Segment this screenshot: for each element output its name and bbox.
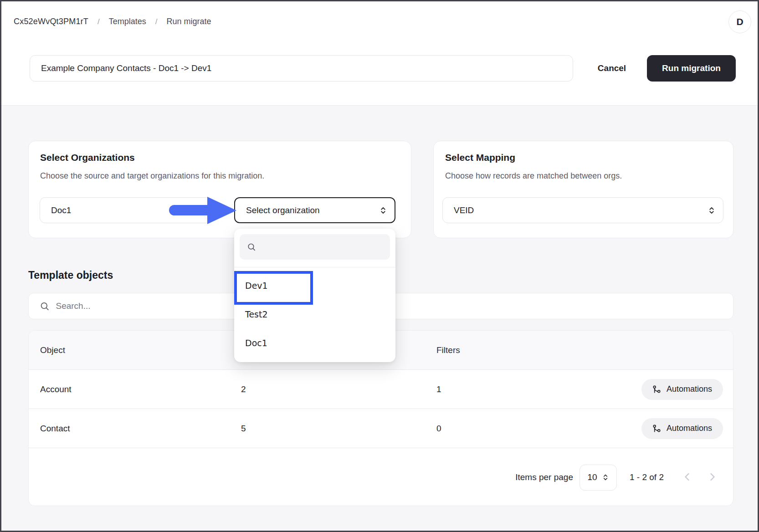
breadcrumb: Cx52eWvQt3PM1rT / Templates / Run migrat… [14,17,211,26]
automations-button[interactable]: Automations [641,418,723,439]
items-per-page-label: Items per page [515,472,573,482]
workflow-icon [652,385,661,394]
automations-button-label: Automations [667,424,712,433]
dropdown-option-dev1[interactable]: Dev1 [234,271,395,300]
chevrons-up-down-icon [196,206,204,215]
source-org-select[interactable]: Doc1 [40,197,212,223]
object-cell: Contact [29,424,230,434]
table-row: Account 2 1 Automations [29,370,733,409]
column-header-filters: Filters [425,345,589,355]
mapping-card-title: Select Mapping [445,152,515,163]
chevron-right-icon [706,471,719,483]
next-page-button[interactable] [706,471,719,484]
organization-dropdown: Dev1 Test2 Doc1 [234,229,395,362]
template-objects-title: Template objects [28,269,113,281]
col2-cell: 2 [230,384,425,394]
target-org-placeholder: Select organization [246,205,320,215]
chevrons-up-down-icon [708,206,716,215]
object-cell: Account [29,384,230,394]
mapping-value: VEID [454,205,474,215]
table-footer: Items per page 10 1 - 2 of 2 [29,448,733,506]
migration-name-input[interactable] [30,55,573,82]
breadcrumb-separator: / [97,17,100,26]
table-row: Contact 5 0 Automations [29,409,733,448]
search-icon [40,301,49,311]
column-header-object: Object [29,345,230,355]
breadcrumb-separator: / [155,17,158,26]
mapping-card-description: Choose how records are matched between o… [445,171,622,181]
col2-cell: 5 [230,424,425,434]
cancel-button[interactable]: Cancel [589,55,635,82]
source-org-value: Doc1 [51,205,71,215]
breadcrumb-run-migrate[interactable]: Run migrate [167,17,211,26]
dropdown-search-input[interactable] [262,242,383,252]
select-organizations-card: Select Organizations Choose the source a… [28,141,411,238]
breadcrumb-templates[interactable]: Templates [109,17,146,26]
user-avatar[interactable]: D [728,10,751,33]
previous-page-button[interactable] [680,471,694,484]
select-mapping-card: Select Mapping Choose how records are ma… [433,141,733,238]
chevron-left-icon [681,471,693,483]
chevrons-up-down-icon [602,474,609,481]
items-per-page-value: 10 [587,472,597,482]
search-icon [247,242,256,252]
top-bar: Cx52eWvQt3PM1rT / Templates / Run migrat… [1,1,758,106]
dropdown-options: Dev1 Test2 Doc1 [234,267,395,357]
dropdown-option-test2[interactable]: Test2 [234,300,395,328]
organizations-card-description: Choose the source and target organizatio… [40,171,264,181]
automations-button[interactable]: Automations [641,379,723,400]
workflow-icon [652,424,661,433]
organizations-card-title: Select Organizations [40,152,135,163]
app-window: Cx52eWvQt3PM1rT / Templates / Run migrat… [0,0,759,532]
mapping-select[interactable]: VEID [442,197,723,223]
run-migration-button[interactable]: Run migration [647,55,736,82]
dropdown-option-doc1[interactable]: Doc1 [234,328,395,357]
chevrons-up-down-icon [379,206,387,215]
target-org-select[interactable]: Select organization [234,197,395,223]
pagination-range: 1 - 2 of 2 [630,472,664,482]
automations-button-label: Automations [667,384,712,394]
filters-cell: 0 [425,424,589,434]
items-per-page-select[interactable]: 10 [580,465,617,491]
breadcrumb-org-id[interactable]: Cx52eWvQt3PM1rT [14,17,88,26]
transfer-arrow-icon [215,203,229,217]
filters-cell: 1 [425,384,589,394]
dropdown-search-bar [240,234,390,260]
